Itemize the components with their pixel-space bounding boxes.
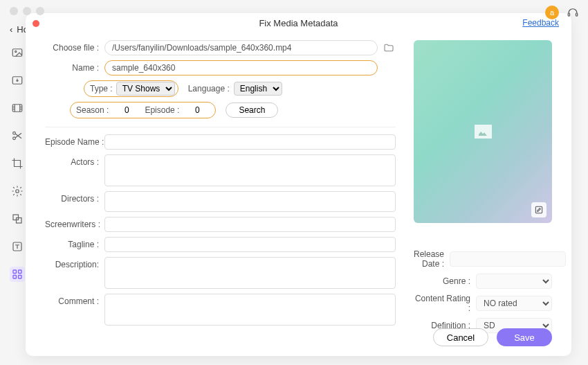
svg-rect-14 [13,276,17,279]
close-icon[interactable] [33,20,39,27]
svg-rect-13 [19,270,22,274]
sidebar-item-layers[interactable] [10,211,25,226]
window-traffic-lights [10,7,44,15]
comment-label: Comment : [45,294,104,306]
season-label: Season : [76,105,109,115]
divider [45,127,396,127]
episode-name-input[interactable] [104,134,396,150]
genre-label: Genre : [414,276,476,286]
actors-label: Actors : [45,154,104,167]
sidebar-item-image[interactable] [10,45,25,60]
svg-rect-19 [535,206,542,213]
avatar-initial: a [550,8,554,17]
content-rating-select[interactable]: NO rated [476,296,552,311]
genre-select[interactable] [476,274,552,289]
folder-icon[interactable] [382,41,396,55]
traffic-light-close[interactable] [10,7,18,15]
svg-rect-1 [576,13,578,17]
tagline-row: Tagline : [45,237,396,252]
poster-preview [414,40,552,223]
chevron-left-icon: ‹ [10,24,12,35]
search-button[interactable]: Search [226,103,278,118]
genre-row: Genre : [414,274,552,289]
name-label: Name : [45,63,104,73]
sidebar-item-crop[interactable] [10,156,25,171]
type-language-row: Type : TV Shows Language : English [45,80,396,97]
description-label: Description: [45,257,104,269]
sidebar-item-text[interactable] [10,239,25,254]
tagline-input[interactable] [104,237,396,252]
description-row: Description: [45,257,396,289]
top-right-controls: a [545,6,580,19]
traffic-light-zoom[interactable] [36,7,44,15]
svg-rect-12 [13,270,17,274]
right-fields: Release Date : Genre : Content Rating : … [414,249,552,333]
actors-input[interactable] [104,154,396,186]
screenwriters-label: Screenwriters : [45,220,104,229]
choose-file-label: Choose file : [45,43,104,53]
type-pill: Type : TV Shows [84,80,178,97]
sidebar-item-apps[interactable] [10,267,25,282]
modal-footer: Cancel Save [433,328,552,346]
type-select[interactable]: TV Shows [116,82,175,96]
content-rating-label: Content Rating : [414,294,476,313]
name-row: Name : [45,60,396,75]
season-episode-row: Season : Episode : Search [45,102,396,118]
directors-label: Directors : [45,191,104,204]
actors-row: Actors : [45,154,396,186]
support-icon[interactable] [566,6,580,19]
release-date-row: Release Date : [414,249,552,269]
release-date-label: Release Date : [414,249,450,269]
description-input[interactable] [104,257,396,289]
sidebar-item-settings[interactable] [10,184,25,199]
comment-row: Comment : [45,294,396,326]
modal-header: Fix Media Metadata Feedback [26,13,571,33]
metadata-modal: Fix Media Metadata Feedback Choose file … [26,13,571,356]
type-label: Type : [90,84,116,94]
season-episode-pill: Season : Episode : [70,102,216,118]
svg-rect-10 [17,218,22,224]
edit-poster-button[interactable] [531,202,546,217]
cancel-button[interactable]: Cancel [433,328,488,346]
sidebar-item-cut[interactable] [10,128,25,143]
svg-point-3 [15,51,17,52]
screenwriters-row: Screenwriters : [45,217,396,232]
episode-label: Episode : [145,105,179,115]
comment-input[interactable] [104,294,396,326]
svg-rect-9 [13,215,19,220]
tagline-label: Tagline : [45,240,104,249]
avatar[interactable]: a [545,6,559,19]
traffic-light-minimize[interactable] [23,7,31,15]
episode-name-label: Episode Name : [45,137,104,147]
episode-input[interactable] [185,104,210,116]
episode-name-row: Episode Name : [45,134,396,150]
choose-file-input[interactable] [104,40,378,55]
language-label: Language : [178,84,234,94]
svg-point-8 [16,190,19,193]
svg-rect-0 [568,13,569,17]
screenwriters-input[interactable] [104,217,396,232]
directors-row: Directors : [45,191,396,212]
svg-rect-5 [12,105,22,112]
season-input[interactable] [114,104,139,116]
modal-title: Fix Media Metadata [259,18,338,28]
sidebar-item-film[interactable] [10,100,25,116]
choose-file-row: Choose file : [45,40,396,55]
name-input[interactable] [104,60,378,75]
image-placeholder-icon [475,125,492,139]
modal-body: Choose file : Name : Type : [26,33,571,338]
save-button[interactable]: Save [497,328,552,346]
sidebar-item-download[interactable] [10,73,25,88]
content-rating-row: Content Rating : NO rated [414,294,552,313]
right-column: Release Date : Genre : Content Rating : … [414,40,552,338]
feedback-link[interactable]: Feedback [522,18,559,28]
language-select[interactable]: English [234,82,282,96]
left-column: Choose file : Name : Type : [45,40,396,338]
release-date-input[interactable] [450,251,566,267]
svg-rect-15 [19,276,22,279]
directors-input[interactable] [104,191,396,212]
